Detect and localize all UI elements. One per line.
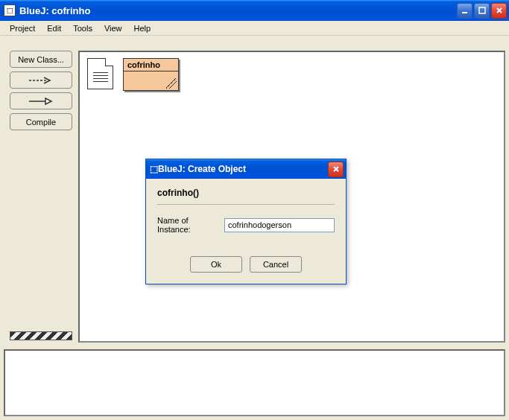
menu-edit[interactable]: Edit xyxy=(41,22,67,34)
app-icon: ⬚ xyxy=(4,4,16,16)
instance-name-label: Name of Instance: xyxy=(157,216,220,234)
close-button[interactable] xyxy=(491,3,507,19)
constructor-signature: cofrinho() xyxy=(157,188,335,205)
menu-view[interactable]: View xyxy=(98,22,128,34)
instance-name-input[interactable] xyxy=(224,218,335,232)
maximize-button[interactable] xyxy=(474,3,490,19)
minimize-button[interactable] xyxy=(457,3,472,19)
ok-button[interactable]: Ok xyxy=(190,256,242,273)
readme-icon[interactable] xyxy=(87,58,113,89)
inherits-arrow-button[interactable] xyxy=(10,92,72,109)
dialog-titlebar: ⬚ BlueJ: Create Object xyxy=(146,159,346,179)
menubar: Project Edit Tools View Help xyxy=(0,21,509,36)
object-bench[interactable] xyxy=(4,349,505,416)
window-title: BlueJ: cofrinho xyxy=(19,5,457,16)
new-class-button[interactable]: New Class... xyxy=(10,51,72,68)
main-titlebar: ⬚ BlueJ: cofrinho xyxy=(0,0,509,21)
class-box-cofrinho[interactable]: cofrinho xyxy=(123,58,179,91)
create-object-dialog: ⬚ BlueJ: Create Object cofrinho() Name o… xyxy=(145,159,347,284)
svg-rect-0 xyxy=(462,12,467,13)
uses-arrow-button[interactable] xyxy=(10,71,72,89)
class-box-label: cofrinho xyxy=(124,59,178,71)
menu-help[interactable]: Help xyxy=(128,22,157,34)
menu-project[interactable]: Project xyxy=(4,22,41,34)
dialog-close-button[interactable] xyxy=(328,162,344,177)
dialog-app-icon: ⬚ xyxy=(150,164,158,174)
progress-indicator xyxy=(10,331,72,340)
sidebar: New Class... Compile xyxy=(4,36,78,346)
menu-tools[interactable]: Tools xyxy=(67,22,98,34)
cancel-button[interactable]: Cancel xyxy=(250,256,302,273)
svg-marker-6 xyxy=(45,98,51,104)
svg-rect-1 xyxy=(479,7,485,13)
dialog-title: BlueJ: Create Object xyxy=(158,164,328,174)
compile-button[interactable]: Compile xyxy=(10,113,72,130)
